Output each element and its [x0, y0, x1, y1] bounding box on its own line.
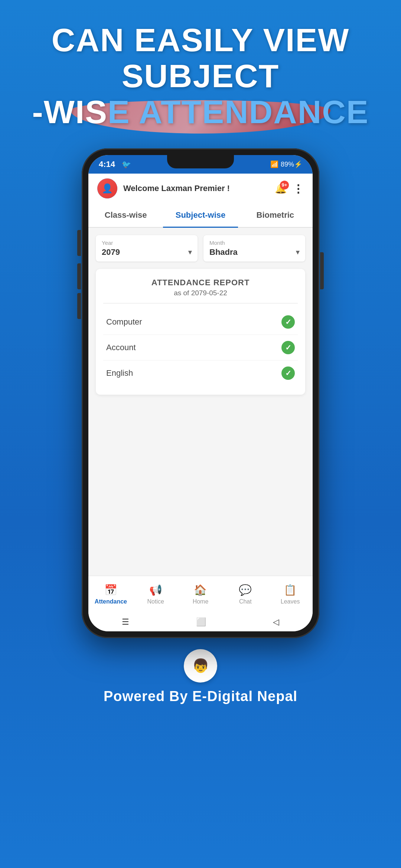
battery-indicator: 89%⚡: [281, 160, 302, 168]
twitter-icon: 🐦: [122, 160, 131, 169]
notification-badge: 9+: [280, 181, 289, 190]
system-nav: ☰ ⬜ ◁: [88, 613, 313, 631]
dropdowns-row: Year 2079 ▾ Month Bhadra ▾: [96, 235, 305, 262]
back-button[interactable]: ◁: [273, 617, 279, 627]
subject-name-account: Account: [106, 343, 136, 352]
hero-section: CAN EASILY VIEW SUBJECT -WISE ATTENDANCE: [0, 0, 401, 141]
attendance-icon: 📅: [104, 584, 117, 596]
month-value-row: Bhadra ▾: [209, 247, 299, 257]
notch: [167, 155, 234, 168]
subject-name-computer: Computer: [106, 317, 142, 327]
avatar-image: 👤: [97, 178, 117, 198]
report-card: ATTENDANCE REPORT as of 2079-05-22 Compu…: [96, 269, 305, 395]
status-right: 📶 89%⚡: [270, 160, 302, 168]
hero-line2-normal: -WIS: [32, 93, 108, 130]
avatar: 👤: [97, 178, 117, 198]
nav-home[interactable]: 🏠 Home: [178, 584, 223, 605]
subject-name-english: English: [106, 368, 133, 378]
welcome-text: Welcome Laxman Premier !: [123, 184, 269, 193]
footer-text: Powered By E-Digital Nepal: [104, 688, 297, 704]
footer-logo-icon: 👦: [192, 658, 209, 674]
tab-biometric[interactable]: Biometric: [238, 203, 313, 227]
home-button[interactable]: ⬜: [196, 617, 206, 627]
more-icon[interactable]: ⋮: [293, 182, 304, 195]
report-title: ATTENDANCE REPORT: [103, 278, 298, 287]
month-chevron: ▾: [296, 248, 299, 256]
home-icon: 🏠: [194, 584, 207, 596]
hero-line2: -WISE ATTENDANCE: [32, 93, 369, 130]
subject-row-account: Account ✓: [103, 335, 298, 361]
tab-class-wise[interactable]: Class-wise: [88, 203, 163, 227]
phone-screen: 4:14 🐦 📶 89%⚡ 👤 Welcome Laxman Premier !…: [88, 155, 313, 631]
attendance-label: Attendance: [95, 598, 127, 605]
phone-wrapper: 4:14 🐦 📶 89%⚡ 👤 Welcome Laxman Premier !…: [0, 141, 401, 638]
phone-frame: 4:14 🐦 📶 89%⚡ 👤 Welcome Laxman Premier !…: [82, 148, 319, 638]
month-label: Month: [209, 240, 299, 246]
report-header: ATTENDANCE REPORT as of 2079-05-22: [103, 278, 298, 303]
chat-label: Chat: [239, 598, 252, 605]
nav-notice[interactable]: 📢 Notice: [133, 584, 178, 605]
tab-subject-wise[interactable]: Subject-wise: [163, 203, 238, 227]
subject-row-computer: Computer ✓: [103, 309, 298, 335]
signal-icon: 📶: [270, 160, 278, 168]
month-value: Bhadra: [209, 247, 238, 257]
check-icon-account: ✓: [281, 341, 295, 354]
footer-logo: 👦: [184, 649, 217, 683]
year-chevron: ▾: [188, 248, 192, 256]
year-label: Year: [102, 240, 192, 246]
footer-section: 👦 Powered By E-Digital Nepal: [0, 638, 401, 712]
nav-chat[interactable]: 💬 Chat: [223, 584, 268, 605]
tabs-bar: Class-wise Subject-wise Biometric: [88, 203, 313, 228]
status-time: 4:14: [99, 160, 115, 169]
chat-icon: 💬: [239, 584, 252, 596]
hero-line2-highlight: E ATTENDANCE: [108, 93, 369, 130]
home-label: Home: [193, 598, 209, 605]
year-value: 2079: [102, 247, 120, 257]
year-dropdown[interactable]: Year 2079 ▾: [96, 235, 198, 262]
menu-button[interactable]: ☰: [122, 617, 129, 627]
nav-leaves[interactable]: 📋 Leaves: [268, 584, 313, 605]
subject-row-english: English ✓: [103, 361, 298, 386]
hero-line1: CAN EASILY VIEW SUBJECT: [52, 22, 350, 94]
hero-title: CAN EASILY VIEW SUBJECT -WISE ATTENDANCE: [22, 22, 379, 130]
check-icon-computer: ✓: [281, 315, 295, 329]
app-header: 👤 Welcome Laxman Premier ! 🔔 9+ ⋮: [88, 174, 313, 203]
report-date: as of 2079-05-22: [103, 289, 298, 297]
bell-icon-wrap[interactable]: 🔔 9+: [275, 183, 287, 194]
notice-icon: 📢: [149, 584, 162, 596]
leaves-label: Leaves: [281, 598, 300, 605]
month-dropdown[interactable]: Month Bhadra ▾: [203, 235, 305, 262]
notice-label: Notice: [147, 598, 164, 605]
header-icons: 🔔 9+ ⋮: [275, 182, 304, 195]
year-value-row: 2079 ▾: [102, 247, 192, 257]
leaves-icon: 📋: [284, 584, 297, 596]
content-area: Year 2079 ▾ Month Bhadra ▾: [88, 228, 313, 576]
hero-brush: CAN EASILY VIEW SUBJECT -WISE ATTENDANCE: [22, 22, 379, 130]
bottom-nav: 📅 Attendance 📢 Notice 🏠 Home 💬 Chat 📋: [88, 576, 313, 613]
nav-attendance[interactable]: 📅 Attendance: [88, 584, 133, 605]
check-icon-english: ✓: [281, 366, 295, 380]
